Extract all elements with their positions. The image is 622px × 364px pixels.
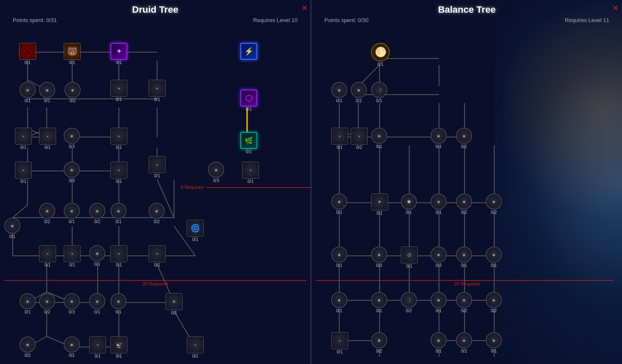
druid-node-r5c0[interactable]: ● 0/2 xyxy=(39,203,55,224)
druid-node-r5c2[interactable]: ● 0/2 xyxy=(89,203,105,224)
balance-node-r5c4[interactable]: ● 0/1 xyxy=(456,246,472,268)
druid-node-r4c2[interactable]: ▪ 0/1 xyxy=(110,162,127,184)
balance-close-button[interactable]: ✕ xyxy=(612,3,619,13)
druid-node-r2c1[interactable]: ● 0/1 xyxy=(39,82,55,103)
druid-node-r5c1[interactable]: ● 0/1 xyxy=(64,203,80,224)
druid-node-r2c2[interactable]: ● 0/2 xyxy=(65,82,81,103)
druid-node-center-r3right[interactable]: ▪ 0/1 xyxy=(242,162,259,184)
balance-node-r4c1[interactable]: ✦ 0/1 xyxy=(371,193,388,216)
balance-node-r4c0[interactable]: ● 0/1 xyxy=(331,193,347,215)
main-container: Druid Tree Points spent: 0/31 Requires L… xyxy=(0,0,622,364)
balance-node-r6c5[interactable]: ● 0/2 xyxy=(486,292,502,313)
balance-node-r6c2[interactable]: ☽ 0/2 xyxy=(401,292,417,313)
druid-node-r7c2[interactable]: ● 0/3 xyxy=(64,293,80,314)
druid-node-center-c2[interactable]: ● 0/3 xyxy=(208,162,224,183)
druid-node-r5c5[interactable]: ● 0/1 xyxy=(4,218,20,239)
balance-node-r3c0[interactable]: ▪ 0/1 xyxy=(331,128,348,150)
druid-node-r2c3[interactable]: ▪ 0/1 xyxy=(110,80,127,102)
balance-node-r4c5[interactable]: ● 0/2 xyxy=(486,193,502,215)
druid-node-r2c4[interactable]: ▪ 0/1 xyxy=(149,80,166,102)
balance-node-r3c4[interactable]: ● 0/1 xyxy=(456,128,472,149)
balance-node-r7c4[interactable]: ● 0/1 xyxy=(486,332,502,353)
druid-node-r3c0[interactable]: ▪ 0/1 xyxy=(15,128,32,150)
druid-node-r4c0[interactable]: ▪ 0/1 xyxy=(15,162,32,184)
druid-node-r5c3[interactable]: ● 0/1 xyxy=(110,203,127,224)
balance-node-r5c2[interactable]: ⊙ 0/1 xyxy=(401,246,418,269)
druid-node-r8c4[interactable]: ▪ 0/1 xyxy=(187,336,204,358)
balance-node-r4c2[interactable]: ★ 0/1 xyxy=(401,193,417,215)
druid-tree-meta: Points spent: 0/31 Requires Level 10 xyxy=(4,17,306,23)
balance-tree-panel: ✕ Balance Tree Points spent: 0/30 Requir… xyxy=(312,0,622,364)
druid-close-button[interactable]: ✕ xyxy=(301,3,308,13)
druid-node-r8c3[interactable]: 🦅 0/1 xyxy=(110,336,127,358)
balance-node-r7c3[interactable]: ● 0/2 xyxy=(456,332,472,353)
balance-node-r7c0[interactable]: ▪ 0/1 xyxy=(331,332,348,354)
druid-points-spent: Points spent: 0/31 xyxy=(13,17,57,23)
druid-tree-title: Druid Tree xyxy=(4,4,306,15)
druid-node-r2c0[interactable]: ● 0/1 xyxy=(20,82,36,103)
druid-node-r5c4[interactable]: ● 0/2 xyxy=(149,203,165,224)
druid-node-r8c2[interactable]: ▪ 0/1 xyxy=(89,336,106,358)
balance-talent-grid: 🌕 0/1 ● 0/1 ● 0/2 ☽ xyxy=(316,27,618,357)
druid-node-r8c1[interactable]: ● 0/1 xyxy=(64,336,80,358)
center-8-required: 8 Required xyxy=(181,185,204,190)
druid-node-ferocity[interactable]: ⚔ 0/1 xyxy=(19,43,36,65)
druid-node-bear[interactable]: 🐻 0/1 xyxy=(64,43,81,65)
balance-tree-meta: Points spent: 0/30 Requires Level 11 xyxy=(316,17,618,23)
druid-20-required: 20 Required xyxy=(143,281,168,286)
balance-tree-title: Balance Tree xyxy=(316,4,618,15)
svg-line-29 xyxy=(13,205,28,218)
druid-talent-grid: ⚔ 0/1 🐻 0/1 ✦ xyxy=(4,27,306,357)
balance-node-r7c2[interactable]: ● 0/1 xyxy=(431,332,447,353)
balance-node-r2c2[interactable]: ☽ 0/1 xyxy=(371,82,387,103)
druid-node-r4c1[interactable]: ● 0/3 xyxy=(64,162,80,183)
druid-node-r8c0[interactable]: ● 0/2 xyxy=(20,336,36,358)
druid-node-r7c0[interactable]: ● 0/1 xyxy=(20,293,36,314)
druid-node-r7c4[interactable]: ● 0/1 xyxy=(110,293,127,314)
balance-node-r3c3[interactable]: ● 0/1 xyxy=(431,128,447,149)
balance-node-r5c1[interactable]: ● 0/3 xyxy=(371,246,387,268)
druid-node-r7c5[interactable]: ✦ 0/1 xyxy=(166,293,183,315)
druid-node-r6c3[interactable]: ▪ 0/1 xyxy=(110,245,127,267)
druid-node-r7c1[interactable]: ● 0/2 xyxy=(39,293,55,314)
balance-node-r7c1[interactable]: ● 0/2 xyxy=(371,332,387,353)
balance-node-r5c5[interactable]: ● 0/1 xyxy=(486,246,502,268)
balance-points-spent: Points spent: 0/30 xyxy=(324,17,369,23)
center-8-line xyxy=(206,187,312,188)
druid-node-center-energy[interactable]: ⬡ 0/1 xyxy=(240,90,257,112)
druid-node-r6c4[interactable]: ▪ 0/1 xyxy=(149,245,166,267)
balance-requires: Requires Level 11 xyxy=(565,17,609,23)
druid-node-wild1[interactable]: ✦ 0/1 xyxy=(110,43,127,65)
balance-node-r2c1[interactable]: ● 0/2 xyxy=(351,82,367,103)
balance-20-required: 20 Required xyxy=(454,281,480,286)
balance-node-r5c3[interactable]: ● 0/3 xyxy=(431,246,447,268)
balance-node-r6c3[interactable]: ● 0/1 xyxy=(431,292,447,313)
druid-node-r3c2[interactable]: ● 0/3 xyxy=(64,128,80,149)
balance-node-r6c1[interactable]: ● 0/1 xyxy=(371,292,387,313)
druid-node-r3c1[interactable]: ▪ 0/1 xyxy=(39,128,56,150)
balance-node-r4c3[interactable]: ● 0/1 xyxy=(431,193,447,215)
balance-node-r6c4[interactable]: ● 0/2 xyxy=(456,292,472,313)
druid-node-r5special[interactable]: 🌀 0/1 xyxy=(187,220,204,242)
balance-node-r6c0[interactable]: ● 0/1 xyxy=(331,292,347,313)
druid-node-center-lightning[interactable]: ⚡ xyxy=(240,43,257,60)
druid-node-r6c2[interactable]: ● 0/1 xyxy=(89,245,105,266)
druid-node-r7c3[interactable]: ● 0/1 xyxy=(89,293,105,314)
druid-requires: Requires Level 10 xyxy=(253,17,298,23)
druid-tree-panel: Druid Tree Points spent: 0/31 Requires L… xyxy=(0,0,311,364)
druid-node-r3c3[interactable]: ▪ 0/1 xyxy=(110,128,127,150)
druid-node-center-nature[interactable]: 🌿 0/1 xyxy=(240,132,257,154)
balance-node-r3c2[interactable]: ● 0/1 xyxy=(371,128,387,149)
druid-node-r6c0[interactable]: ▪ 0/1 xyxy=(39,245,56,267)
balance-node-r3c1[interactable]: ▪ 0/2 xyxy=(351,128,368,150)
balance-node-r1-moon[interactable]: 🌕 0/1 xyxy=(371,43,390,67)
balance-node-r5c0[interactable]: ● 0/1 xyxy=(331,246,347,268)
balance-node-r2c0[interactable]: ● 0/1 xyxy=(331,82,347,103)
druid-node-r6c1[interactable]: ▪ 0/1 xyxy=(64,245,81,267)
balance-node-r4c4[interactable]: ● 0/2 xyxy=(456,193,472,215)
druid-node-r3c4[interactable]: ▪ 0/1 xyxy=(149,156,166,178)
